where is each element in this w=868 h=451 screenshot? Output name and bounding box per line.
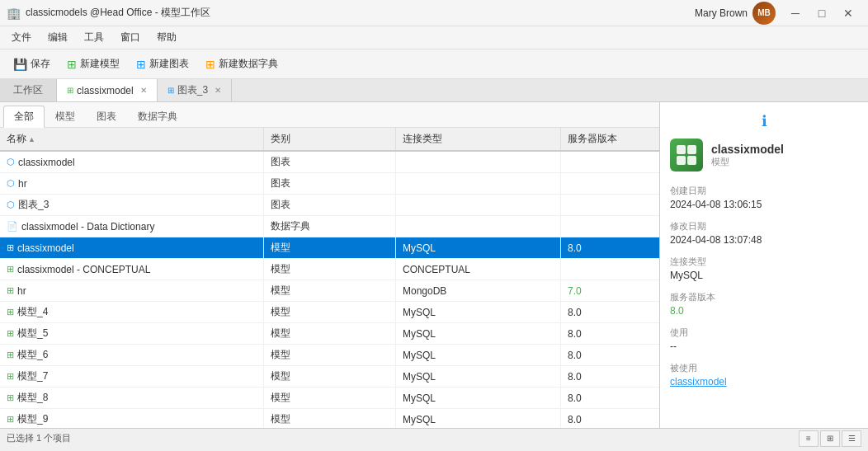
info-icon-area: ℹ [670, 112, 858, 130]
menubar: 文件 编辑 工具 窗口 帮助 [0, 26, 868, 49]
table-header: 名称▲ 类别 连接类型 服务器版本 [0, 128, 659, 152]
new-dict-button[interactable]: ⊞ 新建数据字典 [199, 54, 285, 74]
view-list-button[interactable]: ≡ [799, 430, 818, 447]
td-version [561, 195, 659, 215]
tab-diagram-icon: ⊞ [167, 86, 174, 95]
tab-diagram3-label: 图表_3 [177, 83, 208, 97]
table-row[interactable]: ⊞ classixmodel - CONCEPTUAL 模型 CONCEPTUA… [0, 259, 659, 280]
close-button[interactable]: ✕ [835, 0, 861, 26]
row-icon: ⊞ [7, 307, 14, 317]
td-name: 📄 classixmodel - Data Dictionary [0, 216, 264, 237]
table-row[interactable]: ⊞ 模型_8 模型 MySQL 8.0 [0, 388, 659, 409]
td-name: ⬡ 图表_3 [0, 195, 264, 215]
table-row[interactable]: ⊞ classixmodel 模型 MySQL 8.0 [0, 237, 659, 259]
td-name: ⊞ 模型_7 [0, 366, 264, 387]
created-label: 创建日期 [670, 185, 858, 197]
new-model-button[interactable]: ⊞ 新建模型 [60, 54, 126, 74]
menu-tools[interactable]: 工具 [76, 27, 112, 48]
td-connection: MySQL [396, 323, 561, 344]
filter-tab-all[interactable]: 全部 [3, 106, 45, 128]
version-section: 服务器版本 8.0 [670, 291, 858, 317]
td-type: 图表 [264, 195, 396, 215]
filter-tab-diagram[interactable]: 图表 [86, 106, 127, 127]
tab-classixmodel[interactable]: ⊞ classixmodel ✕ [57, 79, 158, 101]
titlebar-controls: ─ □ ✕ [782, 0, 861, 26]
td-connection: MySQL [396, 409, 561, 428]
menu-window[interactable]: 窗口 [112, 27, 149, 48]
connection-section: 连接类型 MySQL [670, 256, 858, 281]
row-icon: ⊞ [7, 285, 14, 296]
tab-diagram3-close[interactable]: ✕ [215, 86, 221, 95]
connection-label: 连接类型 [670, 256, 858, 268]
td-type: 模型 [264, 345, 396, 365]
table-row[interactable]: ⬡ classixmodel 图表 [0, 152, 659, 173]
info-icon: ℹ [762, 113, 767, 129]
td-version: 8.0 [561, 366, 659, 387]
row-icon: ⊞ [7, 371, 14, 382]
table-row[interactable]: ⊞ 模型_5 模型 MySQL 8.0 [0, 323, 659, 345]
table-row[interactable]: ⊞ 模型_9 模型 MySQL 8.0 [0, 409, 659, 428]
left-panel: 全部 模型 图表 数据字典 名称▲ 类别 连接类型 服务器版本 ⬡ classi… [0, 102, 660, 428]
used-section: 使用 -- [670, 327, 858, 352]
filter-tabs: 全部 模型 图表 数据字典 [0, 102, 659, 128]
td-version [561, 152, 659, 172]
save-icon: 💾 [13, 58, 27, 71]
td-type: 模型 [264, 409, 396, 428]
version-value: 8.0 [670, 305, 858, 317]
table-row[interactable]: ⊞ 模型_7 模型 MySQL 8.0 [0, 366, 659, 388]
td-name: ⬡ hr [0, 173, 264, 194]
tab-diagram3[interactable]: ⊞ 图表_3 ✕ [158, 79, 232, 101]
td-version [561, 259, 659, 280]
row-icon: ⊞ [7, 242, 14, 253]
tab-classixmodel-close[interactable]: ✕ [140, 86, 147, 95]
new-diagram-button[interactable]: ⊞ 新建图表 [130, 54, 196, 74]
right-panel: ℹ classixmodel 模型 创建日期 2024-04-08 13:06:… [660, 102, 868, 428]
view-grid-button[interactable]: ⊞ [820, 430, 840, 447]
td-connection: MySQL [396, 366, 561, 387]
svg-rect-0 [677, 145, 686, 154]
td-connection: MySQL [396, 388, 561, 408]
new-dict-icon: ⊞ [205, 58, 215, 71]
version-label: 服务器版本 [670, 291, 858, 303]
td-type: 数据字典 [264, 216, 396, 237]
workspace-label: 工作区 [0, 79, 57, 101]
new-diagram-label: 新建图表 [149, 57, 189, 71]
tab-model-icon: ⊞ [67, 86, 73, 95]
tab-bar: 工作区 ⊞ classixmodel ✕ ⊞ 图表_3 ✕ [0, 79, 868, 102]
td-type: 模型 [264, 237, 396, 258]
menu-edit[interactable]: 编辑 [40, 27, 76, 48]
modified-label: 修改日期 [670, 220, 858, 233]
table-row[interactable]: 📄 classixmodel - Data Dictionary 数据字典 [0, 216, 659, 237]
minimize-button[interactable]: ─ [782, 0, 809, 26]
td-name: ⊞ hr [0, 280, 264, 301]
modified-section: 修改日期 2024-04-08 13:07:48 [670, 220, 858, 246]
user-area: Mary Brown MB [695, 2, 776, 25]
row-icon: ⊞ [7, 414, 14, 425]
view-detail-button[interactable]: ☰ [842, 430, 861, 447]
td-version: 8.0 [561, 302, 659, 322]
used-by-value[interactable]: classixmodel [670, 376, 858, 388]
used-value: -- [670, 341, 858, 352]
table-row[interactable]: ⬡ hr 图表 [0, 173, 659, 195]
th-name: 名称▲ [0, 128, 264, 150]
table-row[interactable]: ⊞ hr 模型 MongoDB 7.0 [0, 280, 659, 302]
table-row[interactable]: ⊞ 模型_4 模型 MySQL 8.0 [0, 302, 659, 323]
table-row[interactable]: ⬡ 图表_3 图表 [0, 195, 659, 216]
status-text: 已选择 1 个项目 [7, 432, 71, 444]
row-icon: ⬡ [7, 200, 15, 210]
model-title-area: classixmodel 模型 [711, 143, 784, 168]
td-type: 模型 [264, 388, 396, 408]
td-connection [396, 152, 561, 172]
model-type: 模型 [711, 156, 784, 168]
maximize-button[interactable]: □ [809, 0, 835, 26]
menu-file[interactable]: 文件 [3, 27, 40, 48]
table-row[interactable]: ⊞ 模型_6 模型 MySQL 8.0 [0, 345, 659, 366]
save-button[interactable]: 💾 保存 [7, 54, 57, 74]
created-value: 2024-04-08 13:06:15 [670, 199, 858, 210]
td-name: ⊞ 模型_4 [0, 302, 264, 322]
filter-tab-model[interactable]: 模型 [45, 106, 86, 127]
statusbar-right: ≡ ⊞ ☰ [799, 430, 861, 447]
app-icon: 🏢 [7, 7, 21, 20]
menu-help[interactable]: 帮助 [149, 27, 185, 48]
filter-tab-dict[interactable]: 数据字典 [127, 106, 188, 127]
